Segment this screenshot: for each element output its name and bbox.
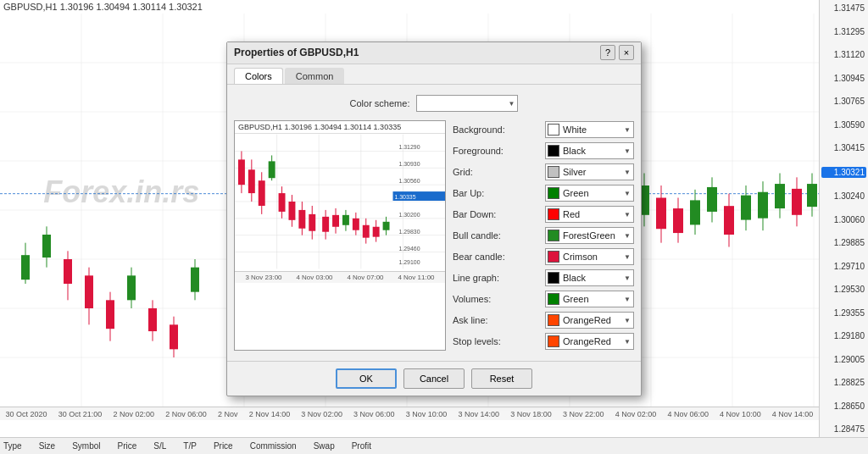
color-row-background: Background: White ▼ — [453, 120, 634, 139]
svg-rect-32 — [148, 308, 157, 331]
preview-chart: 1.31290 1.30930 1.30560 1.30335 1.30200 … — [235, 134, 445, 269]
background-swatch — [548, 124, 559, 136]
svg-rect-96 — [248, 169, 255, 193]
reset-button[interactable]: Reset — [471, 368, 532, 389]
close-button[interactable]: × — [619, 45, 634, 60]
preview-pane: GBPUSD,H1 1.30196 1.30494 1.30114 1.3033… — [234, 120, 446, 351]
color-scheme-select[interactable] — [416, 95, 518, 112]
svg-rect-64 — [758, 192, 768, 219]
svg-rect-62 — [741, 196, 751, 220]
svg-rect-120 — [373, 226, 380, 236]
chart-header: GBPUSD,H1 1.30196 1.30494 1.30114 1.3032… — [0, 0, 868, 14]
foreground-color-select[interactable]: Black ▼ — [545, 142, 634, 159]
color-row-stop-levels: Stop levels: OrangeRed ▼ — [453, 332, 634, 351]
color-row-bar-down: Bar Down: Red ▼ — [453, 205, 634, 224]
status-bar: Type Size Symbol Price S/L T/P Price Com… — [0, 437, 868, 454]
svg-rect-110 — [322, 216, 329, 231]
color-scheme-select-wrapper — [416, 95, 518, 112]
volumes-color-select[interactable]: Green ▼ — [545, 291, 634, 307]
dialog-columns: GBPUSD,H1 1.30196 1.30494 1.30114 1.3033… — [234, 120, 634, 351]
properties-dialog: Properties of GBPUSD,H1 ? × Colors Commo… — [226, 42, 642, 396]
line-graph-color-select[interactable]: Black ▼ — [545, 269, 634, 286]
time-axis: 30 Oct 2020 30 Oct 21:00 2 Nov 02:00 2 N… — [0, 407, 819, 420]
chart-ohlc-label: 1.30196 1.30494 1.30114 1.30321 — [60, 2, 203, 12]
svg-text:1.29100: 1.29100 — [398, 259, 420, 265]
color-scheme-label: Color scheme: — [350, 98, 410, 108]
chart-symbol-label: GBPUSD,H1 — [3, 2, 58, 12]
svg-text:1.30560: 1.30560 — [398, 178, 420, 184]
color-row-ask-line: Ask line: OrangeRed ▼ — [453, 311, 634, 329]
color-row-grid: Grid: Silver ▼ — [453, 163, 634, 181]
bear-candle-swatch — [548, 251, 559, 263]
svg-rect-94 — [238, 159, 245, 185]
line-graph-swatch — [548, 272, 559, 284]
svg-rect-98 — [259, 180, 265, 206]
grid-swatch — [548, 166, 559, 178]
tab-colors[interactable]: Colors — [234, 68, 283, 84]
svg-rect-66 — [775, 184, 785, 208]
svg-rect-28 — [106, 300, 114, 329]
svg-rect-68 — [792, 189, 802, 215]
svg-text:1.31290: 1.31290 — [398, 144, 420, 150]
svg-rect-34 — [170, 324, 178, 349]
tab-common[interactable]: Common — [285, 68, 345, 84]
svg-text:1.29460: 1.29460 — [398, 245, 420, 251]
color-row-bar-up: Bar Up: Green ▼ — [453, 184, 634, 202]
volumes-swatch — [548, 293, 559, 305]
dialog-body: Color scheme: GBPUSD,H1 1.30196 1.30494 … — [227, 85, 641, 357]
ok-button[interactable]: OK — [336, 368, 397, 389]
bull-candle-swatch — [548, 230, 559, 241]
color-settings: Background: White ▼ Foreground: Black — [453, 120, 634, 351]
preview-header: GBPUSD,H1 1.30196 1.30494 1.30114 1.3033… — [235, 121, 445, 134]
svg-text:1.29830: 1.29830 — [398, 228, 420, 234]
color-row-volumes: Volumes: Green ▼ — [453, 290, 634, 308]
grid-color-select[interactable]: Silver ▼ — [545, 163, 634, 180]
svg-rect-20 — [21, 255, 30, 280]
foreground-swatch — [548, 145, 559, 157]
svg-rect-36 — [191, 268, 199, 292]
bull-candle-color-select[interactable]: ForestGreen ▼ — [545, 227, 634, 244]
color-scheme-row: Color scheme: — [234, 91, 634, 115]
svg-rect-30 — [127, 275, 136, 300]
preview-time-axis: 3 Nov 23:00 4 Nov 03:00 4 Nov 07:00 4 No… — [235, 271, 445, 283]
svg-rect-60 — [724, 206, 734, 235]
color-row-line-graph: Line graph: Black ▼ — [453, 269, 634, 287]
svg-rect-108 — [309, 213, 315, 230]
svg-text:1.30335: 1.30335 — [394, 194, 415, 200]
background-color-select[interactable]: White ▼ — [545, 121, 634, 138]
cancel-button[interactable]: Cancel — [403, 368, 465, 389]
svg-rect-100 — [269, 161, 275, 178]
stop-levels-color-select[interactable]: OrangeRed ▼ — [545, 333, 634, 350]
svg-rect-122 — [383, 221, 390, 230]
dialog-title: Properties of GBPUSD,H1 — [234, 47, 359, 58]
stop-levels-swatch — [548, 335, 559, 347]
svg-rect-118 — [363, 224, 370, 237]
svg-rect-54 — [673, 208, 683, 233]
svg-rect-116 — [353, 218, 359, 230]
svg-rect-24 — [64, 259, 72, 284]
ask-line-color-select[interactable]: OrangeRed ▼ — [545, 312, 634, 329]
help-button[interactable]: ? — [600, 45, 615, 60]
svg-rect-112 — [332, 214, 339, 226]
bear-candle-color-select[interactable]: Crimson ▼ — [545, 248, 634, 265]
svg-rect-104 — [288, 202, 295, 220]
svg-rect-52 — [656, 198, 666, 230]
color-row-bear-candle: Bear candle: Crimson ▼ — [453, 247, 634, 266]
price-axis: 1.31475 1.31295 1.31120 1.30945 1.30765 … — [819, 0, 868, 437]
svg-rect-70 — [807, 184, 817, 207]
bar-up-color-select[interactable]: Green ▼ — [545, 185, 634, 202]
bar-down-color-select[interactable]: Red ▼ — [545, 206, 634, 223]
dialog-title-controls: ? × — [600, 45, 634, 60]
svg-rect-56 — [690, 200, 700, 224]
bar-up-swatch — [548, 187, 559, 199]
color-row-bull-candle: Bull candle: ForestGreen ▼ — [453, 226, 634, 245]
svg-rect-114 — [342, 214, 349, 224]
svg-rect-106 — [298, 209, 305, 228]
svg-text:1.30200: 1.30200 — [398, 211, 420, 217]
bar-down-swatch — [548, 208, 559, 220]
dialog-title-bar: Properties of GBPUSD,H1 ? × — [227, 42, 641, 64]
svg-rect-58 — [707, 187, 717, 212]
svg-rect-26 — [85, 275, 93, 308]
dialog-footer: OK Cancel Reset — [227, 361, 641, 396]
svg-rect-22 — [42, 235, 51, 257]
